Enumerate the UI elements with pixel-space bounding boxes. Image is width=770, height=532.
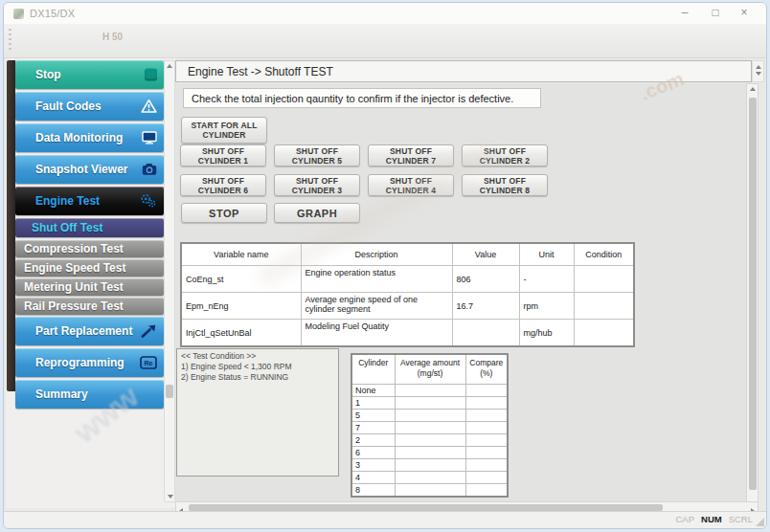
shut-off-cylinder-5-button[interactable]: SHUT OFF CYLINDER 5: [274, 144, 360, 166]
sidebar-item-engine-speed-test[interactable]: Engine Speed Test: [15, 259, 164, 277]
sidebar-item-data-monitoring[interactable]: Data Monitoring: [15, 123, 164, 152]
column-header-line: Compare: [468, 358, 506, 368]
shut-off-cylinder-3-button[interactable]: SHUT OFF CYLINDER 3: [274, 174, 360, 196]
column-header: Average amount (mg/st): [395, 354, 465, 385]
shut-off-cylinder-4-button[interactable]: SHUT OFF CYLINDER 4: [368, 174, 454, 196]
scroll-up-icon[interactable]: [756, 65, 761, 69]
sidebar-item-fault-codes[interactable]: Fault Codes: [15, 92, 164, 121]
column-header: Description: [301, 243, 452, 266]
scroll-up-icon[interactable]: [167, 64, 172, 68]
scroll-down-icon[interactable]: [756, 72, 761, 76]
cell-compare: [465, 484, 508, 498]
sidebar-item-metering-unit-test[interactable]: Metering Unit Test: [15, 278, 164, 296]
sidebar-item-rail-pressure-test[interactable]: Rail Pressure Test: [15, 298, 164, 315]
cell-cylinder: 1: [351, 397, 395, 410]
sidebar-item-label: Data Monitoring: [15, 131, 123, 144]
table-row[interactable]: None: [351, 385, 508, 397]
content-scrollbar-thumb[interactable]: [749, 98, 757, 490]
camera-icon: [142, 164, 157, 176]
cell-unit: -: [519, 266, 574, 293]
sidebar-item-reprogramming[interactable]: Reprogramming Re: [15, 348, 164, 377]
sidebar-item-label: Part Replacement: [15, 324, 132, 338]
table-row[interactable]: 8: [351, 484, 508, 498]
table-row[interactable]: 2: [351, 434, 508, 447]
column-header-line: Average amount: [397, 358, 464, 368]
shut-off-cylinder-1-button[interactable]: SHUT OFF CYLINDER 1: [180, 144, 266, 166]
cell-average: [395, 484, 465, 498]
button-label: CYLINDER 1: [198, 156, 249, 166]
sidebar-item-compression-test[interactable]: Compression Test: [15, 240, 164, 257]
cell-condition: [574, 320, 634, 347]
test-condition-title: << Test Condition >>: [181, 351, 334, 362]
button-label: SHUT OFF: [484, 146, 526, 156]
cell-description: Modeling Fuel Quatity: [301, 320, 452, 347]
column-header: Cylinder: [351, 354, 395, 385]
minimize-icon[interactable]: –: [672, 6, 697, 21]
sidebar-item-label: Engine Speed Test: [15, 261, 125, 275]
breadcrumb: Engine Test -> Shutoff TEST: [176, 65, 333, 78]
cell-cylinder: 4: [351, 472, 395, 484]
sidebar-item-part-replacement[interactable]: Part Replacement: [15, 317, 164, 345]
monitor-icon: [142, 131, 157, 144]
table-row[interactable]: 5: [351, 410, 508, 422]
cell-value: 16.7: [452, 293, 519, 320]
graph-button[interactable]: GRAPH: [274, 203, 360, 223]
table-row[interactable]: 1: [351, 397, 508, 410]
start-for-all-cylinder-button[interactable]: START FOR ALL CYLINDER: [181, 117, 267, 144]
table-row[interactable]: CoEng_st Engine operation status 806 -: [181, 266, 634, 293]
scroll-up-icon[interactable]: [750, 87, 756, 91]
sidebar-scrollbar[interactable]: [164, 60, 175, 502]
stop-button[interactable]: STOP: [181, 203, 267, 223]
sidebar-item-stop[interactable]: Stop: [15, 60, 164, 89]
shut-off-cylinder-6-button[interactable]: SHUT OFF CYLINDER 6: [180, 174, 266, 196]
shut-off-cylinder-7-button[interactable]: SHUT OFF CYLINDER 7: [368, 144, 454, 166]
cell-cylinder: 6: [351, 447, 395, 459]
button-label: CYLINDER 2: [480, 156, 531, 166]
table-row[interactable]: 7: [351, 422, 508, 434]
shut-off-cylinder-2-button[interactable]: SHUT OFF CYLINDER 2: [462, 144, 548, 166]
cell-compare: [465, 397, 508, 410]
content-vertical-scrollbar[interactable]: [746, 83, 759, 502]
sidebar-item-shut-off-test[interactable]: Shut Off Test: [15, 218, 164, 237]
sidebar-item-label: Metering Unit Test: [15, 280, 124, 294]
button-label: SHUT OFF: [202, 146, 244, 156]
column-header: Unit: [519, 243, 574, 266]
sidebar-item-engine-test[interactable]: Engine Test: [15, 187, 164, 215]
horizontal-scrollbar-thumb[interactable]: [189, 504, 663, 511]
resize-grip-icon[interactable]: [756, 518, 764, 526]
sidebar-item-snapshot-viewer[interactable]: Snapshot Viewer: [15, 155, 164, 184]
sidebar-item-label: Engine Test: [15, 194, 100, 208]
cell-average: [395, 397, 465, 410]
cell-condition: [574, 266, 634, 293]
sidebar-item-summary[interactable]: Summary: [15, 380, 164, 409]
toolbar-faint-text: H 50: [102, 32, 123, 42]
header-scrollbar[interactable]: [752, 60, 764, 82]
sidebar-item-label: Snapshot Viewer: [15, 163, 127, 176]
table-row[interactable]: 6: [351, 447, 508, 459]
instruction-text: Check the total injection qauntity to co…: [183, 88, 541, 108]
button-label: CYLINDER 4: [386, 186, 437, 195]
table-row[interactable]: 3: [351, 459, 508, 472]
sidebar-scrollbar-thumb[interactable]: [166, 385, 173, 398]
button-label: SHUT OFF: [202, 176, 244, 186]
sidebar-item-label: Reprogramming: [15, 356, 125, 369]
cell-average: [395, 459, 465, 472]
cell-cylinder: 7: [351, 422, 395, 434]
close-icon[interactable]: ×: [732, 6, 757, 21]
table-row[interactable]: Epm_nEng Average engine speed of one cyl…: [181, 293, 634, 320]
cell-variable-name: Epm_nEng: [181, 293, 301, 320]
toolbar-grip-icon[interactable]: [9, 29, 11, 53]
table-row[interactable]: 4: [351, 472, 508, 484]
test-condition-line: 2) Engine Status = RUNNING: [181, 372, 334, 383]
cell-condition: [574, 293, 634, 320]
column-header-line: (mg/st): [397, 368, 464, 379]
engine-gears-icon: [140, 194, 157, 209]
sidebar-item-label: Rail Pressure Test: [15, 299, 124, 313]
scroll-down-icon[interactable]: [168, 495, 173, 499]
button-label: CYLINDER 6: [198, 186, 249, 195]
test-condition-box: << Test Condition >> 1) Engine Speed < 1…: [176, 348, 339, 477]
maximize-icon[interactable]: □: [703, 6, 728, 21]
shut-off-cylinder-8-button[interactable]: SHUT OFF CYLINDER 8: [462, 174, 548, 196]
table-row[interactable]: InjCtl_qSetUnBal Modeling Fuel Quatity m…: [181, 320, 634, 347]
sidebar-edge: [7, 60, 15, 391]
